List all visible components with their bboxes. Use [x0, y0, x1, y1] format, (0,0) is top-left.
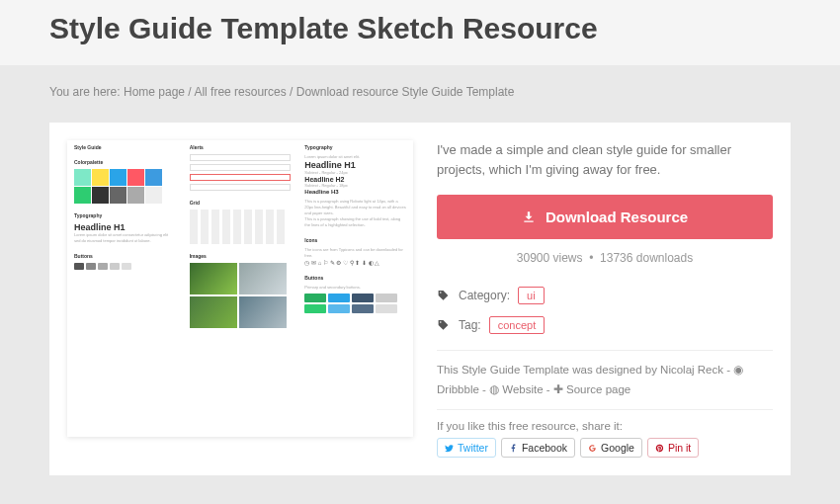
twitter-button[interactable]: Twitter — [437, 438, 496, 458]
breadcrumb-current: Download resource Style Guide Template — [296, 85, 515, 99]
preview-buttons-label: Buttons — [74, 253, 176, 259]
preview-typo-label: Typography — [74, 212, 176, 218]
tag-icon — [437, 319, 451, 332]
google-icon — [588, 444, 597, 453]
preview-typography-label: Typography — [304, 144, 406, 150]
preview-images-label: Images — [190, 253, 292, 259]
category-label: Category: — [459, 289, 510, 302]
pinterest-icon — [655, 444, 664, 453]
downloads-count: 13736 downloads — [600, 251, 693, 265]
preview-colors-label: Colorpalette — [74, 159, 176, 165]
tag-label: Tag: — [459, 318, 481, 332]
download-button[interactable]: Download Resource — [437, 195, 773, 239]
download-icon — [522, 210, 536, 224]
tag-chip[interactable]: concept — [489, 316, 546, 334]
stats: 30900 views • 13736 downloads — [437, 251, 773, 265]
preview-grid-label: Grid — [190, 200, 292, 206]
google-button[interactable]: Google — [580, 438, 642, 458]
resource-description: I've made a simple and clean style guide… — [437, 140, 773, 179]
dribbble-icon: ◉ — [733, 364, 743, 376]
views-count: 30900 views — [517, 251, 583, 265]
breadcrumb-home[interactable]: Home page — [124, 85, 185, 99]
breadcrumb-all[interactable]: All free resources — [194, 85, 286, 99]
category-chip[interactable]: ui — [518, 287, 545, 304]
source-link[interactable]: Source page — [566, 383, 630, 395]
twitter-icon — [445, 444, 454, 453]
resource-preview[interactable]: Style Guide Colorpalette Typography Head… — [67, 140, 413, 437]
breadcrumb-prefix: You are here: — [49, 85, 121, 99]
pinterest-button[interactable]: Pin it — [647, 438, 699, 458]
preview-title: Style Guide — [74, 144, 176, 150]
preview-alerts-label: Alerts — [190, 144, 292, 150]
tag-icon — [437, 290, 451, 302]
preview-buttons2-label: Buttons — [304, 275, 406, 281]
globe-icon: ◍ — [489, 383, 499, 395]
color-swatches — [74, 169, 168, 204]
facebook-button[interactable]: Facebook — [501, 438, 575, 458]
facebook-icon — [509, 444, 518, 453]
breadcrumb: You are here: Home page / All free resou… — [0, 65, 840, 115]
share-label: If you like this free resource, share it… — [437, 409, 773, 432]
website-link[interactable]: Website — [502, 383, 543, 395]
download-label: Download Resource — [546, 209, 688, 225]
dribbble-link[interactable]: Dribbble — [437, 383, 479, 395]
credit-line: This Style Guide Template was designed b… — [437, 350, 773, 399]
preview-icons-label: Icons — [304, 237, 406, 243]
plus-icon: ✚ — [553, 383, 563, 395]
page-title: Style Guide Template Sketch Resource — [49, 12, 791, 45]
